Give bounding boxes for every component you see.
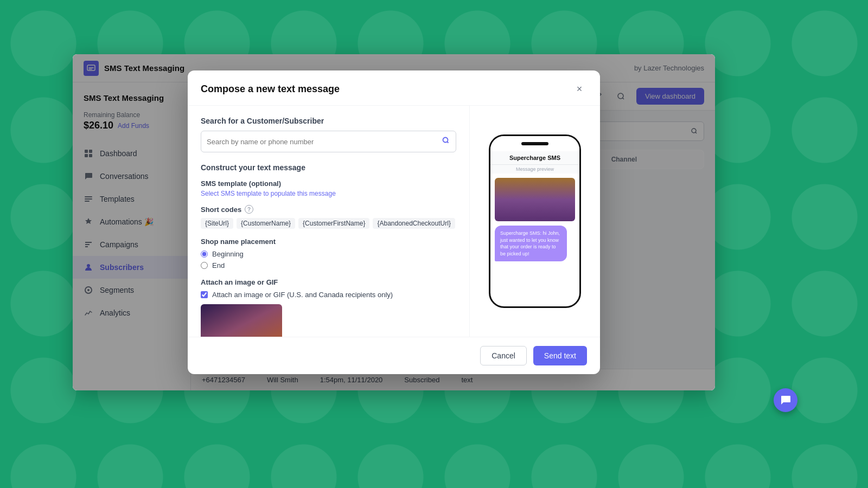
sms-template-label: SMS template (optional)	[201, 179, 456, 188]
construct-section: Construct your text message SMS template…	[201, 163, 456, 337]
phone-image-inner	[495, 178, 575, 221]
send-text-button[interactable]: Send text	[533, 346, 587, 365]
short-codes-label: Short codes ?	[201, 205, 456, 214]
phone-sub-label: Message preview	[490, 165, 579, 174]
placement-beginning-radio[interactable]	[201, 251, 208, 258]
attach-image-label: Attach an image or GIF	[201, 278, 456, 286]
construct-title: Construct your text message	[201, 163, 456, 172]
modal-right-panel: Supercharge SMS Message preview Supercha…	[470, 106, 600, 337]
customer-search-input[interactable]	[207, 138, 442, 146]
select-sms-template-link[interactable]: Select SMS template to populate this mes…	[201, 190, 456, 197]
customer-search-icon[interactable]	[442, 136, 450, 147]
phone-notch-bar	[521, 142, 548, 145]
chat-fab-button[interactable]	[774, 388, 797, 412]
modal-body: Search for a Customer/Subscriber Constru…	[188, 106, 600, 337]
phone-mockup: Supercharge SMS Message preview Supercha…	[489, 134, 581, 308]
short-codes-help-icon[interactable]: ?	[245, 205, 253, 214]
modal-left-panel: Search for a Customer/Subscriber Constru…	[188, 106, 470, 337]
attach-image-checkbox[interactable]	[201, 291, 208, 298]
modal-overlay: Compose a new text message × Search for …	[73, 54, 715, 390]
short-code-customerfirstname[interactable]: {CustomerFirstName}	[298, 218, 369, 229]
compose-modal: Compose a new text message × Search for …	[188, 70, 600, 374]
search-section-label: Search for a Customer/Subscriber	[201, 117, 456, 125]
phone-app-name: Supercharge SMS	[490, 151, 579, 165]
placement-beginning-option[interactable]: Beginning	[201, 250, 456, 258]
image-preview	[201, 304, 282, 337]
image-preview-inner	[201, 304, 282, 337]
short-codes-row: {SiteUrl} {CustomerName} {CustomerFirstN…	[201, 218, 456, 229]
modal-title: Compose a new text message	[201, 84, 340, 95]
cancel-button[interactable]: Cancel	[480, 346, 527, 365]
short-code-customername[interactable]: {CustomerName}	[237, 218, 295, 229]
phone-content: Supercharge SMS: hi John, just wanted to…	[490, 174, 579, 306]
placement-end-option[interactable]: End	[201, 261, 456, 269]
modal-footer: Cancel Send text	[188, 337, 600, 374]
placement-end-radio[interactable]	[201, 262, 208, 269]
customer-search-wrapper	[201, 131, 456, 152]
modal-close-button[interactable]: ×	[572, 81, 587, 97]
phone-message-bubble: Supercharge SMS: hi John, just wanted to…	[495, 226, 567, 261]
app-window: SMS Text Messaging by Lazer Technologies…	[73, 54, 715, 390]
short-code-siteurl[interactable]: {SiteUrl}	[201, 218, 233, 229]
short-code-abandonedcheckouturl[interactable]: {AbandonedCheckoutUrl}	[373, 218, 455, 229]
phone-notch	[490, 136, 579, 151]
modal-header: Compose a new text message ×	[188, 70, 600, 106]
shop-placement-label: Shop name placement	[201, 237, 456, 246]
phone-preview-image	[495, 178, 575, 221]
shop-placement-radio-group: Beginning End	[201, 250, 456, 269]
attach-image-checkbox-label[interactable]: Attach an image or GIF (U.S. and Canada …	[201, 291, 456, 299]
